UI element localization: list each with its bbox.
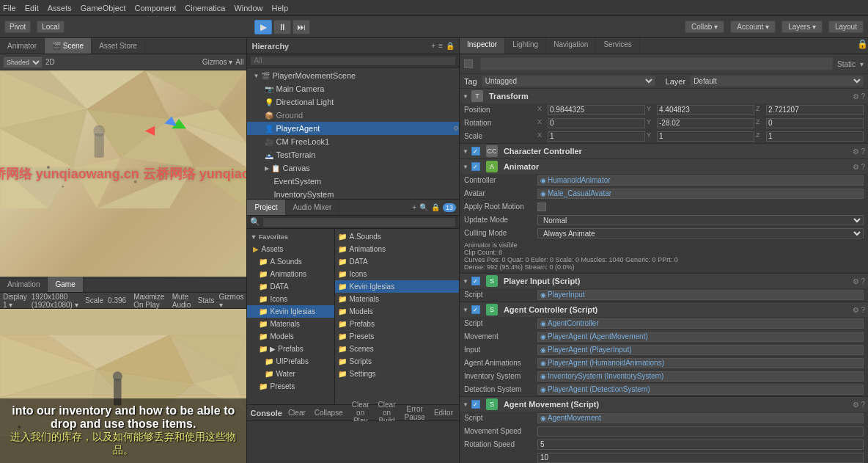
menu-assets[interactable]: Assets <box>48 4 72 12</box>
project-search-input[interactable] <box>262 217 456 227</box>
hierarchy-test-terrain[interactable]: 🗻 TestTerrain <box>247 148 459 161</box>
menu-window[interactable]: Window <box>234 4 262 12</box>
speed-input-2[interactable] <box>537 453 864 463</box>
agent-move-settings[interactable]: ⚙ ? <box>853 401 865 409</box>
character-controller-header[interactable]: ▼ ✓ CC Character Controller ⚙ ? <box>460 144 868 158</box>
assets-asounds[interactable]: 📁 A.Sounds <box>335 230 459 243</box>
account-button[interactable]: Account ▾ <box>730 21 776 33</box>
favorites-assets[interactable]: ▶ Assets <box>247 243 334 255</box>
project-add-btn[interactable]: + <box>412 203 416 211</box>
rotation-y[interactable] <box>657 118 754 128</box>
agent-movement-header[interactable]: ▼ ✓ S Agent Movement (Script) ⚙ ? <box>460 397 868 412</box>
rotation-x[interactable] <box>548 118 645 128</box>
agent-controller-enable[interactable]: ✓ <box>471 305 480 314</box>
root-motion-checkbox[interactable] <box>537 203 546 211</box>
transform-header[interactable]: ▼ T Transform ⚙ ? <box>460 89 868 103</box>
culling-mode-select[interactable]: Always Animate <box>537 228 864 238</box>
fav-prefabs[interactable]: 📁 ▶ Prefabs <box>247 343 334 355</box>
tab-inspector[interactable]: Inspector <box>460 38 505 54</box>
tab-animator[interactable]: Animator <box>0 38 45 54</box>
rotation-speed-input[interactable] <box>537 440 864 450</box>
agent-ctrl-detection-ref[interactable]: ◉ PlayerAgent (DetectionSystem) <box>537 384 864 395</box>
hierarchy-menu-btn[interactable]: ≡ <box>438 42 443 50</box>
tag-select[interactable]: Untagged <box>482 76 655 87</box>
animator-settings[interactable]: ⚙ ? <box>853 163 865 171</box>
all-label[interactable]: All <box>235 58 243 66</box>
menu-gameobject[interactable]: GameObject <box>81 4 126 12</box>
animator-controller-ref[interactable]: ◉ HumanoidAnimator <box>537 175 864 186</box>
console-collapse-btn[interactable]: Collapse <box>312 408 346 418</box>
display-select[interactable]: Display 1 ▾ <box>3 293 27 309</box>
fav-water[interactable]: 📁 Water <box>247 368 334 380</box>
agent-ctrl-anims-ref[interactable]: ◉ PlayerAgent (HumanoidAnimations) <box>537 358 864 368</box>
assets-models[interactable]: 📁 Models <box>335 305 459 318</box>
player-input-enable[interactable]: ✓ <box>471 277 480 285</box>
go-active-checkbox[interactable] <box>464 59 473 68</box>
layers-button[interactable]: Layers ▾ <box>781 21 823 33</box>
project-search-btn[interactable]: 🔍 <box>419 203 428 211</box>
pivot-btn[interactable]: Pivot <box>4 21 31 33</box>
assets-data[interactable]: 📁 DATA <box>335 255 459 268</box>
assets-settings[interactable]: 📁 Settings <box>335 368 459 380</box>
stats-btn[interactable]: Stats <box>198 296 215 305</box>
agent-ctrl-settings[interactable]: ⚙ ? <box>853 306 865 314</box>
fav-data[interactable]: 📁 DATA <box>247 280 334 293</box>
fav-uiprefabs[interactable]: 📁 UIPrefabs <box>247 355 334 368</box>
position-y[interactable] <box>657 105 754 115</box>
hierarchy-scene[interactable]: ▼ 🎬 PlayerMovementScene <box>247 69 459 82</box>
fav-asounds[interactable]: 📁 A.Sounds <box>247 255 334 268</box>
agent-movement-enable[interactable]: ✓ <box>471 400 480 409</box>
assets-animations[interactable]: 📁 Animations <box>335 243 459 255</box>
player-input-settings[interactable]: ⚙ ? <box>853 277 865 285</box>
agent-ctrl-inventory-ref[interactable]: ◉ InventorySystem (InventorySystem) <box>537 371 864 382</box>
hierarchy-search-input[interactable] <box>250 56 456 66</box>
hierarchy-inventory-system[interactable]: InventorySystem <box>247 188 459 199</box>
transform-settings[interactable]: ⚙ ? <box>853 92 865 101</box>
agent-ctrl-input-ref[interactable]: ◉ PlayerAgent (PlayerInput) <box>537 345 864 355</box>
collab-button[interactable]: Collab ▾ <box>685 21 724 33</box>
agent-ctrl-movement-ref[interactable]: ◉ PlayerAgent (AgentMovement) <box>537 332 864 342</box>
tab-services[interactable]: Services <box>596 38 639 54</box>
go-name-input[interactable]: PlayerAgent <box>480 57 833 70</box>
assets-scripts[interactable]: 📁 Scripts <box>335 355 459 368</box>
hierarchy-add-btn[interactable]: + <box>431 42 435 50</box>
maximize-btn[interactable]: Maximize On Play <box>133 293 168 309</box>
fav-materials[interactable]: 📁 Materials <box>247 318 334 330</box>
movement-speed-input[interactable] <box>537 426 864 437</box>
char-ctrl-settings[interactable]: ⚙ ? <box>853 147 865 156</box>
console-editor-btn[interactable]: Editor <box>431 408 456 418</box>
hierarchy-directional-light[interactable]: 💡 Directional Light <box>247 95 459 109</box>
hierarchy-lock-btn[interactable]: 🔒 <box>446 42 455 50</box>
fav-icons[interactable]: 📁 Icons <box>247 293 334 305</box>
scale-z[interactable] <box>766 131 864 142</box>
tab-lighting[interactable]: Lighting <box>505 38 546 54</box>
assets-icons[interactable]: 📁 Icons <box>335 268 459 280</box>
layout-button[interactable]: Layout <box>828 21 864 33</box>
local-btn[interactable]: Local <box>37 21 65 33</box>
player-input-script-ref[interactable]: ◉ PlayerInput <box>537 290 864 300</box>
hierarchy-ground[interactable]: 📦 Ground <box>247 109 459 122</box>
menu-help[interactable]: Help <box>272 4 289 12</box>
agent-move-script-ref[interactable]: ◉ AgentMovement <box>537 413 864 423</box>
animator-enable[interactable]: ✓ <box>471 162 480 171</box>
mode-2d[interactable]: 2D <box>45 58 55 66</box>
animator-header[interactable]: ▼ ✓ A Animator ⚙ ? <box>460 159 868 174</box>
update-mode-select[interactable]: Normal <box>537 215 864 225</box>
hierarchy-cm-freelook[interactable]: 🎥 CM FreeLook1 <box>247 135 459 148</box>
tab-asset-store[interactable]: Asset Store <box>92 38 145 54</box>
tab-project[interactable]: Project <box>247 200 285 215</box>
play-button[interactable]: ▶ <box>254 20 272 34</box>
fav-presets[interactable]: 📁 Presets <box>247 380 334 393</box>
mute-btn[interactable]: Mute Audio <box>172 293 194 309</box>
layer-select[interactable]: Default <box>690 76 864 87</box>
tab-animation[interactable]: Animation <box>0 277 48 292</box>
pause-button[interactable]: ⏸ <box>273 20 291 34</box>
character-controller-enable[interactable]: ✓ <box>471 147 480 156</box>
tab-audio-mixer[interactable]: Audio Mixer <box>286 200 340 215</box>
player-input-header[interactable]: ▼ ✓ S Player Input (Script) ⚙ ? <box>460 274 868 288</box>
fav-kevin[interactable]: 📁 Kevin Iglesias <box>247 305 334 318</box>
console-clear-btn[interactable]: Clear <box>285 408 309 418</box>
position-z[interactable] <box>766 105 864 115</box>
hierarchy-eventsystem[interactable]: EventSystem <box>247 175 459 188</box>
assets-presets[interactable]: 📁 Presets <box>335 330 459 343</box>
